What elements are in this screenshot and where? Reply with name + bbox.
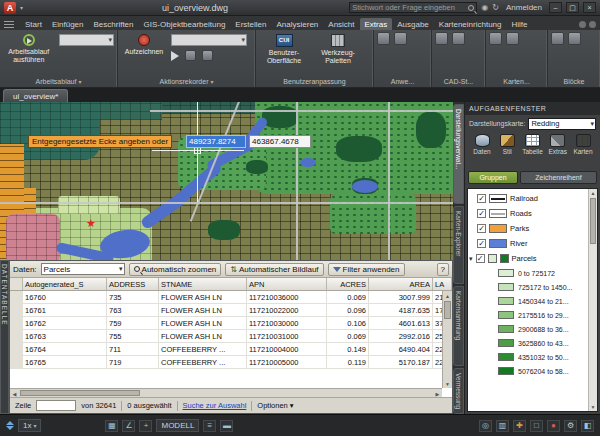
cell[interactable]: 16765 xyxy=(23,356,107,368)
cell[interactable]: 117210031000 xyxy=(247,330,327,342)
row-selector[interactable] xyxy=(10,317,23,329)
row-selector[interactable] xyxy=(10,304,23,316)
cell[interactable]: 117210022000 xyxy=(247,304,327,316)
scroll-down-icon[interactable]: ▼ xyxy=(443,379,452,388)
cell[interactable]: 2992.016 xyxy=(369,330,433,342)
tab-ausgabe[interactable]: Ausgabe xyxy=(392,18,434,30)
cell[interactable]: FLOWER ASH LN xyxy=(159,291,247,303)
column-header[interactable]: LA xyxy=(433,278,452,290)
dynamic-input-x-field[interactable]: 489237.8274 xyxy=(186,135,246,148)
cell[interactable]: FLOWER ASH LN xyxy=(159,317,247,329)
tab-vermessung[interactable]: Vermessung xyxy=(453,368,464,414)
scroll-down-icon[interactable]: ▼ xyxy=(589,403,597,411)
expand-caret-icon[interactable]: ▾ xyxy=(469,255,473,263)
run-script-icon[interactable] xyxy=(394,32,407,45)
annotation-visibility-icon[interactable]: ◎ xyxy=(479,420,492,432)
layer-row-river[interactable]: ✓ River xyxy=(468,236,597,251)
tab-erstellen[interactable]: Erstellen xyxy=(230,18,271,30)
block-insert-icon[interactable] xyxy=(568,32,581,45)
dynamic-input-y-field[interactable]: 463867.4678 xyxy=(249,135,311,148)
communication-center-icon[interactable]: ◉ xyxy=(481,4,488,12)
cell[interactable]: 16762 xyxy=(23,317,107,329)
run-workflow-button[interactable]: Arbeitsablauf ausführen xyxy=(3,32,55,64)
table-horizontal-scrollbar[interactable]: ◀ ▶ xyxy=(10,388,442,397)
cui-button[interactable]: CUI Benutzer-Oberfläche xyxy=(259,32,309,65)
tab-ansicht[interactable]: Ansicht xyxy=(323,18,359,30)
search-input[interactable] xyxy=(352,3,468,12)
cell[interactable]: 0.096 xyxy=(327,304,369,316)
table-menu-button[interactable]: Tabelle xyxy=(521,134,545,168)
task-pane-header[interactable]: AUFGABENFENSTER xyxy=(465,102,600,115)
model-space-button[interactable]: MODELL xyxy=(156,419,199,432)
maps-menu-button[interactable]: Karten xyxy=(571,134,595,168)
data-table-side-tab[interactable]: DATENTABELLE xyxy=(0,260,9,414)
ortho-toggle-icon[interactable]: ∠ xyxy=(122,420,135,432)
cell[interactable]: 6490.404 xyxy=(369,343,433,355)
cell[interactable]: 0.106 xyxy=(327,317,369,329)
load-application-icon[interactable] xyxy=(377,32,390,45)
row-selector[interactable] xyxy=(10,356,23,368)
options-menu-button[interactable]: Optionen ▾ xyxy=(257,401,293,410)
cell[interactable]: 16763 xyxy=(23,330,107,342)
map-tools-icon[interactable] xyxy=(489,32,502,45)
checkbox-checked-icon[interactable]: ✓ xyxy=(477,239,486,248)
quick-view-icon[interactable]: □ xyxy=(530,420,543,432)
tab-gis-objektbearbeitung[interactable]: GIS-Objektbearbeitung xyxy=(139,18,231,30)
clean-screen-icon[interactable]: ◧ xyxy=(581,420,594,432)
cell[interactable]: 755 xyxy=(107,330,159,342)
data-menu-button[interactable]: Daten xyxy=(470,134,494,168)
cell[interactable]: 0.069 xyxy=(327,330,369,342)
search-icon[interactable] xyxy=(468,5,474,11)
signin-link[interactable]: Anmelden xyxy=(506,3,542,12)
table-row[interactable]: 16765 719 COFFEEBERRY ... 117210005000 0… xyxy=(10,356,452,369)
tab-darstellungsverwaltung[interactable]: Darstellungsverwal... xyxy=(453,104,464,204)
cell[interactable]: COFFEEBERRY ... xyxy=(159,356,247,368)
ribbon-options-icon[interactable] xyxy=(579,21,586,28)
groups-toggle-button[interactable]: Gruppen xyxy=(468,171,518,184)
grid-toggle-icon[interactable]: ▦ xyxy=(105,420,118,432)
column-header[interactable]: ACRES xyxy=(327,278,369,290)
viewport-nav-icon[interactable] xyxy=(6,421,14,430)
cell[interactable]: FLOWER ASH LN xyxy=(159,330,247,342)
extras-menu-button[interactable]: Extras xyxy=(546,134,570,168)
minimize-button[interactable]: – xyxy=(549,2,562,13)
column-header[interactable]: APN xyxy=(247,278,327,290)
tab-analysieren[interactable]: Analysieren xyxy=(271,18,323,30)
tool-palettes-button[interactable]: Werkzeug-Paletten xyxy=(313,32,363,65)
play-macro-icon[interactable] xyxy=(171,51,179,61)
data-source-select[interactable]: Parcels xyxy=(41,263,125,275)
scroll-right-icon[interactable]: ▶ xyxy=(433,389,442,397)
checkbox-checked-icon[interactable]: ✓ xyxy=(477,224,486,233)
row-selector[interactable] xyxy=(10,343,23,355)
scroll-thumb[interactable] xyxy=(444,301,451,319)
menu-grid-icon[interactable] xyxy=(4,20,14,28)
dynamic-input-toggle-icon[interactable]: ≡ xyxy=(203,420,216,432)
cell[interactable]: 759 xyxy=(107,317,159,329)
tab-karten-explorer[interactable]: Karten-Explorer xyxy=(453,206,464,284)
tab-einfuegen[interactable]: Einfügen xyxy=(47,18,89,30)
workspace-gear-icon[interactable]: ⚙ xyxy=(564,420,577,432)
cell[interactable]: 5170.187 xyxy=(369,356,433,368)
row-number-input[interactable] xyxy=(36,400,76,411)
isolate-objects-icon[interactable]: ● xyxy=(547,420,560,432)
cell[interactable]: 16761 xyxy=(23,304,107,316)
maximize-button[interactable]: ▢ xyxy=(566,2,579,13)
check-standards-icon[interactable] xyxy=(435,32,448,45)
annotation-scale-icon[interactable]: ▥ xyxy=(496,420,509,432)
cell[interactable]: 711 xyxy=(107,343,159,355)
panel-label-aktionsrekorder[interactable]: Aktionsrekorder▾ xyxy=(118,76,255,87)
panel-label-arbeitsablauf[interactable]: Arbeitsablauf▾ xyxy=(0,76,117,87)
macro-folder-icon[interactable] xyxy=(202,50,213,61)
cell[interactable]: 117210036000 xyxy=(247,291,327,303)
map-clean-icon[interactable] xyxy=(506,32,519,45)
column-header[interactable]: AREA xyxy=(369,278,433,290)
layer-row-parcels[interactable]: ▾ ✓ Parcels xyxy=(468,251,597,266)
apply-filter-button[interactable]: Filter anwenden xyxy=(328,263,405,276)
macro-manage-icon[interactable] xyxy=(185,50,196,61)
close-button[interactable]: × xyxy=(583,2,596,13)
scroll-left-icon[interactable]: ◀ xyxy=(10,389,19,397)
cell[interactable]: 16764 xyxy=(23,343,107,355)
table-help-button[interactable]: ? xyxy=(437,263,449,276)
column-header[interactable]: STNAME xyxy=(159,278,247,290)
checkbox-checked-icon[interactable]: ✓ xyxy=(477,209,486,218)
